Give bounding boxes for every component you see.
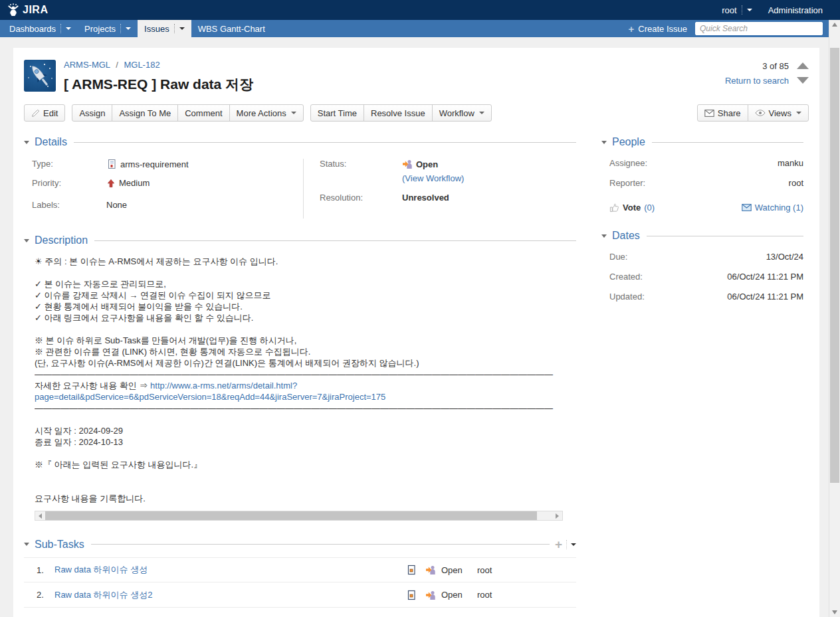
more-actions-button[interactable]: More Actions	[229, 104, 304, 122]
chevron-down-icon[interactable]	[571, 543, 576, 546]
edit-button[interactable]: Edit	[24, 104, 65, 122]
section-collapse-icon[interactable]	[24, 141, 29, 144]
requirement-type-icon	[106, 159, 117, 169]
priority-label: Priority:	[24, 178, 106, 188]
scroll-down-icon[interactable]	[832, 610, 837, 614]
details-heading: Details	[35, 136, 67, 148]
divider	[742, 5, 742, 15]
type-value: arms-requirement	[120, 159, 189, 169]
jira-logo-text: JIRA	[23, 4, 48, 16]
resolve-issue-button[interactable]: Resolve Issue	[364, 104, 433, 122]
requirement-detail-link-continued[interactable]: page=detail&pdService=6&pdServiceVersion…	[35, 392, 385, 402]
section-rule	[652, 142, 803, 143]
create-issue-button[interactable]: + Create Issue	[629, 24, 687, 34]
description-line: ✓ 현황 통계에서 배제되어 불이익을 받을 수 있습니다.	[35, 301, 576, 312]
administration-link[interactable]: Administration	[768, 5, 823, 15]
status-value: Open	[416, 159, 438, 169]
section-collapse-icon[interactable]	[601, 234, 607, 238]
breadcrumb-separator: /	[116, 60, 118, 70]
previous-issue-icon[interactable]	[797, 62, 809, 69]
section-rule	[91, 544, 550, 545]
main-nav: Dashboards Projects Issues WBS Gantt-Cha…	[0, 20, 840, 37]
subtask-number: 2.	[37, 590, 54, 600]
jira-logo[interactable]: JIRA	[7, 3, 48, 17]
scrollbar-thumb[interactable]	[45, 511, 537, 520]
status-field: Status: Open (View Workflow)	[312, 159, 576, 183]
due-label: Due:	[609, 252, 627, 262]
project-avatar[interactable]	[24, 60, 56, 92]
scrollbar-thumb[interactable]	[830, 48, 839, 483]
nav-wbs-gantt-chart[interactable]: WBS Gantt-Chart	[191, 20, 272, 37]
add-subtask-icon[interactable]: +	[555, 538, 562, 551]
labels-label: Labels:	[24, 200, 106, 210]
vote-link[interactable]: Vote (0)	[609, 203, 655, 213]
chevron-down-icon	[126, 27, 131, 30]
chevron-down-icon	[66, 27, 71, 30]
description-link-line2: page=detail&pdService=6&pdServiceVersion…	[35, 391, 576, 402]
assignee-label: Assignee:	[609, 158, 647, 168]
assign-button[interactable]: Assign	[72, 104, 112, 122]
dates-section-header: Dates	[601, 230, 803, 242]
page-background: ARMS-MGL / MGL-182 [ ARMS-REQ ] Raw data…	[0, 37, 829, 617]
user-menu[interactable]: root	[722, 5, 752, 15]
chevron-down-icon	[179, 27, 185, 30]
section-rule	[647, 236, 803, 236]
scrollbar-track[interactable]	[45, 511, 552, 520]
chevron-down-icon	[291, 112, 296, 114]
workflow-button[interactable]: Workflow	[432, 104, 492, 122]
nav-issues[interactable]: Issues	[138, 20, 191, 37]
assign-to-me-button[interactable]: Assign To Me	[112, 104, 178, 122]
people-heading: People	[612, 136, 645, 148]
pager-count: 3 of 85	[762, 61, 789, 71]
subtask-row: 1. Raw data 하위이슈 생성	[24, 557, 576, 582]
edit-label: Edit	[43, 108, 58, 118]
scroll-right-icon[interactable]	[552, 511, 562, 520]
issue-title: [ ARMS-REQ ] Raw data 저장	[64, 75, 809, 94]
subtask-title-link[interactable]: Raw data 하위이슈 생성2	[54, 589, 406, 601]
subtask-type-icon	[406, 565, 417, 575]
type-field: Type: arms-requirement	[24, 159, 303, 169]
start-time-label: Start Time	[318, 108, 357, 118]
breadcrumb-issue-key-link[interactable]: MGL-182	[124, 60, 159, 70]
divider	[566, 540, 567, 549]
details-section-header: Details	[24, 136, 576, 148]
side-column: People Assignee: manku Reporter: root Vo…	[596, 136, 809, 302]
scroll-left-icon[interactable]	[35, 511, 45, 520]
dash-divider: ————————————————————————————————————————…	[35, 369, 576, 380]
subtasks-section: Sub-Tasks + 1. Raw data 하위이슈 생성	[24, 538, 576, 608]
description-line: ✓ 아래 링크에서 요구사항을 내용을 확인 할 수 있습니다.	[35, 312, 576, 323]
main-column: Details Type: arms-requirement	[24, 136, 576, 608]
views-button[interactable]: Views	[748, 104, 809, 122]
return-to-search-link[interactable]: Return to search	[725, 76, 789, 86]
dates-heading: Dates	[612, 230, 640, 242]
view-workflow-link[interactable]: (View Workflow)	[402, 173, 464, 183]
breadcrumb-project-link[interactable]: ARMS-MGL	[64, 60, 110, 70]
next-issue-icon[interactable]	[797, 77, 809, 84]
start-time-button[interactable]: Start Time	[310, 104, 364, 122]
nav-dashboards[interactable]: Dashboards	[3, 20, 78, 37]
description-line: 시작 일자 : 2024-09-29	[35, 425, 576, 436]
created-field: Created: 06/Oct/24 11:21 PM	[601, 272, 803, 282]
share-button[interactable]: Share	[697, 104, 748, 122]
watching-link[interactable]: Watching (1)	[742, 203, 803, 213]
nav-projects[interactable]: Projects	[78, 20, 138, 37]
resolution-value: Unresolved	[402, 193, 449, 203]
status-open-icon	[402, 159, 413, 169]
app-header: JIRA root Administration	[0, 0, 840, 20]
create-issue-label: Create Issue	[638, 24, 687, 34]
blank-line	[35, 414, 576, 425]
section-collapse-icon[interactable]	[24, 543, 29, 546]
section-collapse-icon[interactable]	[601, 141, 607, 144]
quick-search-input[interactable]	[695, 22, 823, 35]
subtask-assignee: root	[477, 565, 492, 575]
subtask-title-link[interactable]: Raw data 하위이슈 생성	[54, 564, 406, 576]
vote-watch-row: Vote (0) Watching (1)	[601, 203, 803, 213]
assign-label: Assign	[79, 108, 105, 118]
scroll-up-icon[interactable]	[832, 23, 837, 27]
vertical-scrollbar[interactable]	[829, 20, 840, 617]
labels-field: Labels: None	[24, 200, 303, 210]
description-horizontal-scrollbar[interactable]	[35, 511, 563, 521]
comment-button[interactable]: Comment	[177, 104, 229, 122]
section-collapse-icon[interactable]	[24, 239, 29, 242]
requirement-detail-link[interactable]: http://www.a-rms.net/arms/detail.html?	[150, 381, 297, 391]
